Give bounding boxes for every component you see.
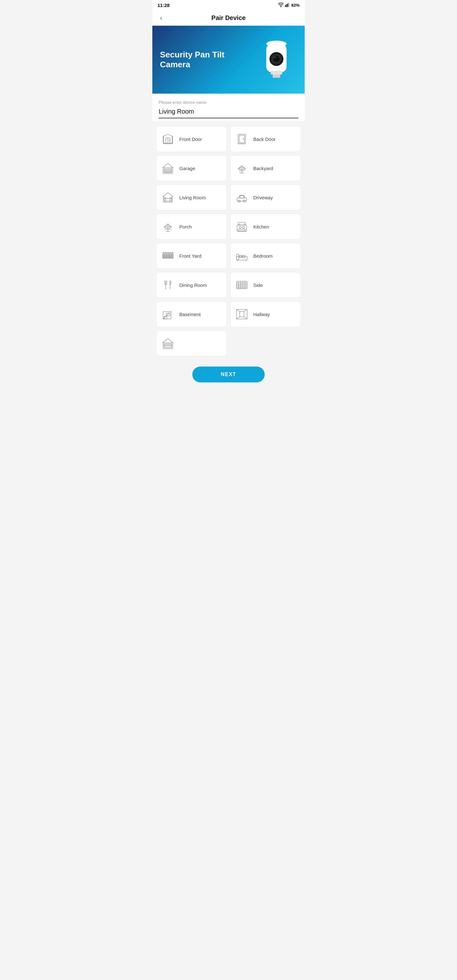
- backyard-icon: [235, 161, 249, 175]
- svg-line-83: [236, 309, 240, 312]
- svg-point-45: [242, 226, 245, 229]
- status-time: 11:28: [158, 3, 169, 8]
- svg-rect-3: [287, 3, 288, 7]
- svg-line-86: [244, 317, 247, 319]
- svg-line-85: [236, 317, 240, 319]
- kitchen-label: Kitchen: [253, 224, 269, 229]
- svg-marker-81: [236, 309, 247, 319]
- location-item-front-yard[interactable]: Front Yard: [156, 243, 227, 269]
- svg-line-84: [244, 309, 247, 312]
- front-door-icon: [161, 132, 175, 146]
- page-title: Pair Device: [211, 14, 246, 22]
- svg-rect-88: [164, 344, 171, 348]
- battery-icon: 82%: [291, 3, 299, 8]
- svg-point-47: [239, 224, 240, 225]
- svg-rect-38: [240, 196, 244, 198]
- front-yard-label: Front Yard: [179, 253, 201, 259]
- signal-icon: [285, 3, 290, 8]
- back-button[interactable]: ‹: [158, 13, 165, 24]
- svg-rect-13: [269, 67, 283, 69]
- svg-point-0: [280, 6, 281, 7]
- basement-label: Basement: [179, 312, 201, 317]
- hallway-label: Hallway: [253, 312, 270, 317]
- page-header: ‹ Pair Device: [152, 11, 305, 26]
- side-icon: [235, 278, 249, 292]
- porch-label: Porch: [179, 224, 192, 229]
- location-grid: Front Door Back Door Garage: [152, 121, 305, 361]
- status-bar: 11:28 82%: [152, 0, 305, 11]
- svg-rect-32: [164, 198, 171, 201]
- device-name-input[interactable]: [159, 107, 298, 118]
- svg-rect-33: [164, 197, 166, 201]
- hero-title: Security Pan Tilt Camera: [160, 50, 236, 70]
- svg-point-21: [243, 138, 244, 139]
- svg-rect-58: [236, 254, 239, 260]
- location-item-front-door[interactable]: Front Door: [156, 126, 227, 152]
- hallway-icon: [235, 307, 249, 321]
- dining-room-label: Dining Room: [179, 282, 207, 288]
- device-name-section: Please enter device name: [152, 94, 305, 121]
- svg-rect-50: [162, 257, 173, 258]
- svg-point-18: [169, 140, 170, 141]
- next-button[interactable]: NEXT: [192, 366, 265, 382]
- status-icons: 82%: [278, 3, 299, 8]
- device-name-label: Please enter device name: [159, 100, 298, 105]
- living-room-label: Living Room: [179, 195, 205, 200]
- bedroom-label: Bedroom: [253, 253, 272, 259]
- front-door-label: Front Door: [179, 137, 202, 142]
- svg-point-44: [239, 226, 242, 229]
- garage-icon: [161, 161, 175, 175]
- front-yard-icon: [161, 249, 175, 263]
- kitchen-icon: [235, 220, 249, 234]
- wifi-icon: [278, 3, 284, 8]
- hero-banner: Security Pan Tilt Camera: [152, 26, 305, 94]
- svg-rect-2: [286, 4, 287, 7]
- bottom-bar: NEXT: [152, 361, 305, 391]
- driveway-label: Driveway: [253, 195, 273, 200]
- svg-marker-82: [240, 312, 244, 317]
- backyard-label: Backyard: [253, 165, 273, 171]
- svg-rect-11: [271, 71, 282, 75]
- garage-label: Garage: [179, 165, 195, 171]
- back-door-icon: [235, 132, 249, 146]
- location-item-side[interactable]: Side: [230, 272, 301, 298]
- camera-image: [256, 36, 297, 83]
- location-item-backyard[interactable]: Backyard: [230, 155, 301, 181]
- svg-point-6: [266, 41, 287, 47]
- svg-rect-35: [237, 198, 247, 201]
- svg-rect-46: [238, 229, 245, 231]
- location-item-back-door[interactable]: Back Door: [230, 126, 301, 152]
- location-item-more[interactable]: [156, 330, 227, 356]
- svg-rect-49: [162, 255, 173, 256]
- svg-point-48: [244, 224, 245, 225]
- basement-icon: [161, 307, 175, 321]
- svg-rect-34: [170, 197, 172, 201]
- porch-icon: [161, 220, 175, 234]
- location-item-kitchen[interactable]: Kitchen: [230, 213, 301, 240]
- location-item-hallway[interactable]: Hallway: [230, 301, 301, 327]
- location-item-porch[interactable]: Porch: [156, 213, 227, 240]
- bedroom-icon: [235, 249, 249, 263]
- driveway-icon: [235, 191, 249, 204]
- location-item-garage[interactable]: Garage: [156, 155, 227, 181]
- location-item-living-room[interactable]: Living Room: [156, 185, 227, 210]
- location-item-dining-room[interactable]: Dining Room: [156, 272, 227, 298]
- svg-rect-12: [272, 75, 280, 78]
- svg-point-10: [274, 56, 276, 58]
- more-icon: [161, 336, 175, 350]
- svg-rect-4: [288, 3, 289, 7]
- dining-room-icon: [161, 278, 175, 292]
- location-item-basement[interactable]: Basement: [156, 301, 227, 327]
- living-room-icon: [161, 191, 175, 204]
- svg-rect-43: [237, 225, 247, 231]
- side-label: Side: [253, 282, 263, 288]
- back-door-label: Back Door: [253, 137, 275, 142]
- location-item-bedroom[interactable]: Bedroom: [230, 243, 301, 269]
- svg-rect-1: [285, 5, 286, 7]
- location-item-driveway[interactable]: Driveway: [230, 185, 301, 210]
